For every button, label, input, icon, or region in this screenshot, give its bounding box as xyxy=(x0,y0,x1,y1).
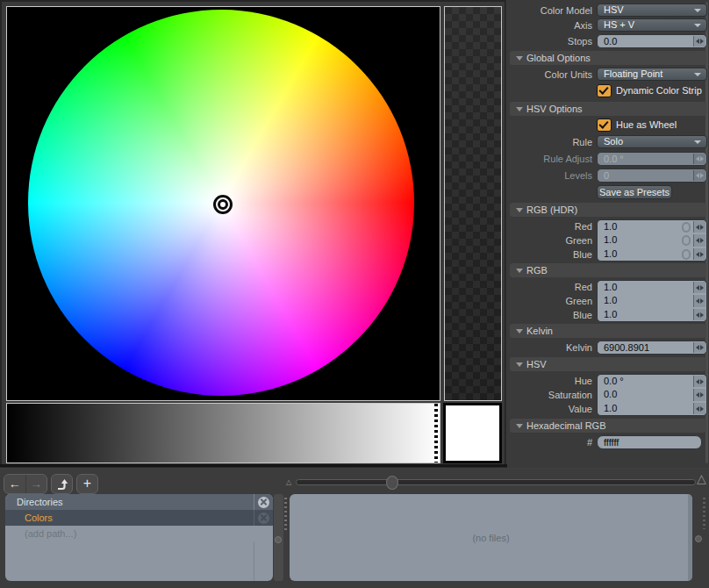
saturation-field[interactable]: 0.0 xyxy=(597,388,707,402)
hdr-red-field[interactable]: 1.0 xyxy=(597,219,707,233)
thumb-size-max-icon[interactable]: △ xyxy=(697,474,706,483)
rule-dropdown[interactable]: Solo xyxy=(597,135,707,148)
section-rgb-hdr[interactable]: RGB (HDR) xyxy=(510,203,706,217)
hue-as-wheel-label: Hue as Wheel xyxy=(616,118,677,132)
spinner-icon[interactable] xyxy=(693,248,705,260)
hdr-blue-label: Blue xyxy=(507,247,592,262)
section-hsv-options[interactable]: HSV Options xyxy=(510,102,706,116)
rgb-green-label: Green xyxy=(507,294,592,308)
spinner-icon[interactable] xyxy=(693,36,705,47)
current-color-swatch xyxy=(443,403,502,463)
splitter-dots xyxy=(703,498,705,529)
hue-label: Hue xyxy=(507,374,592,388)
section-global-options[interactable]: Global Options xyxy=(510,51,706,65)
parameter-panel: Color Model HSV Axis HS + V Stops 0.0 Gl… xyxy=(507,0,709,468)
stops-label: Stops xyxy=(507,34,592,48)
rgb-red-label: Red xyxy=(507,280,592,294)
color-units-label: Color Units xyxy=(507,68,592,82)
directories-panel: Directories Colors (add path...) xyxy=(5,494,273,581)
thumbnail-size-slider[interactable] xyxy=(296,479,696,485)
spinner-icon[interactable] xyxy=(693,342,705,353)
rgb-red-field[interactable]: 1.0 xyxy=(597,280,707,294)
add-path-item[interactable]: (add path...) xyxy=(5,526,273,541)
rgb-blue-label: Blue xyxy=(507,308,592,322)
color-position-marker[interactable] xyxy=(213,195,233,214)
no-files-text: (no files) xyxy=(472,533,509,543)
section-hexadecimal-rgb[interactable]: Hexadecimal RGB xyxy=(510,419,706,433)
section-rgb[interactable]: RGB xyxy=(510,263,706,277)
axis-dropdown[interactable]: HS + V xyxy=(597,18,707,32)
directory-item-colors[interactable]: Colors xyxy=(5,510,273,526)
rgb-green-field[interactable]: 1.0 xyxy=(597,294,707,308)
rule-adjust-label: Rule Adjust xyxy=(507,152,592,166)
hdr-blue-field[interactable]: 1.0 xyxy=(597,247,707,262)
collapse-triangle-icon xyxy=(516,208,523,212)
kelvin-field[interactable]: 6900.8901 xyxy=(597,341,707,355)
value-gradient-strip[interactable] xyxy=(6,403,440,463)
value-label: Value xyxy=(507,402,592,416)
spinner-icon[interactable] xyxy=(693,376,705,387)
spinner-icon[interactable] xyxy=(693,234,705,247)
back-button[interactable]: ← xyxy=(4,475,26,493)
forward-button[interactable]: → xyxy=(26,475,47,493)
chevron-down-icon xyxy=(694,73,701,76)
spinner-icon[interactable] xyxy=(693,309,705,320)
chevron-down-icon xyxy=(694,24,701,27)
preset-browser: ← → + △ △ Directories Colors (add path..… xyxy=(0,469,709,588)
color-wheel-viewport[interactable] xyxy=(6,6,440,401)
gear-icon[interactable] xyxy=(258,497,269,508)
hue-as-wheel-checkbox[interactable] xyxy=(597,118,612,132)
spinner-icon[interactable] xyxy=(693,389,705,401)
collapse-triangle-icon xyxy=(516,329,523,333)
rule-label: Rule xyxy=(507,135,592,149)
collapse-triangle-icon xyxy=(516,362,523,367)
value-marker[interactable] xyxy=(434,404,438,463)
collapse-triangle-icon xyxy=(516,424,523,428)
save-as-presets-button[interactable]: Save as Presets xyxy=(597,185,672,199)
hdr-green-label: Green xyxy=(507,233,592,247)
rgb-blue-field[interactable]: 1.0 xyxy=(597,308,707,322)
hue-field[interactable]: 0.0 ° xyxy=(597,374,707,388)
levels-field: 0 xyxy=(597,169,707,183)
spinner-icon xyxy=(693,154,705,164)
collapse-triangle-icon xyxy=(516,56,523,61)
files-panel: (no files) xyxy=(290,494,692,581)
gear-icon[interactable] xyxy=(258,513,269,524)
up-directory-button[interactable] xyxy=(51,474,73,494)
spinner-icon[interactable] xyxy=(693,295,705,307)
spinner-icon[interactable] xyxy=(693,282,705,293)
up-arrow-icon xyxy=(56,478,68,491)
directories-header[interactable]: Directories xyxy=(5,494,273,510)
alpha-strip[interactable] xyxy=(444,6,502,401)
hex-field[interactable]: ffffff xyxy=(597,435,702,449)
column-divider xyxy=(254,541,254,581)
spinner-icon[interactable] xyxy=(693,221,705,233)
add-button[interactable]: + xyxy=(76,474,98,494)
hdr-green-field[interactable]: 1.0 xyxy=(597,233,707,247)
splitter-dots xyxy=(284,498,287,531)
value-field[interactable]: 1.0 xyxy=(597,402,707,416)
collapse-triangle-icon xyxy=(516,269,523,273)
chevron-down-icon xyxy=(694,9,701,12)
hex-label: # xyxy=(507,435,592,449)
color-units-dropdown[interactable]: Floating Point xyxy=(597,68,707,81)
splitter-knob[interactable] xyxy=(275,536,282,543)
thumb-size-min-icon[interactable]: △ xyxy=(286,478,291,487)
mini-dial-icon[interactable] xyxy=(682,235,691,246)
thumbnail-size-slider-thumb[interactable] xyxy=(386,476,398,490)
spinner-icon xyxy=(693,170,705,181)
mini-dial-icon[interactable] xyxy=(682,249,691,260)
spinner-icon[interactable] xyxy=(693,403,705,414)
window-edge-left xyxy=(0,0,2,468)
color-model-dropdown[interactable]: HSV xyxy=(597,4,707,17)
axis-label: Axis xyxy=(507,18,592,32)
section-kelvin[interactable]: Kelvin xyxy=(510,324,706,338)
mini-dial-icon[interactable] xyxy=(682,222,691,233)
collapse-triangle-icon xyxy=(516,107,523,111)
stops-field[interactable]: 0.0 xyxy=(597,34,707,48)
section-hsv[interactable]: HSV xyxy=(510,357,706,371)
chevron-down-icon xyxy=(694,140,701,144)
dynamic-color-strip-checkbox[interactable] xyxy=(597,84,612,97)
splitter-knob[interactable] xyxy=(695,535,702,542)
kelvin-label: Kelvin xyxy=(507,341,592,355)
